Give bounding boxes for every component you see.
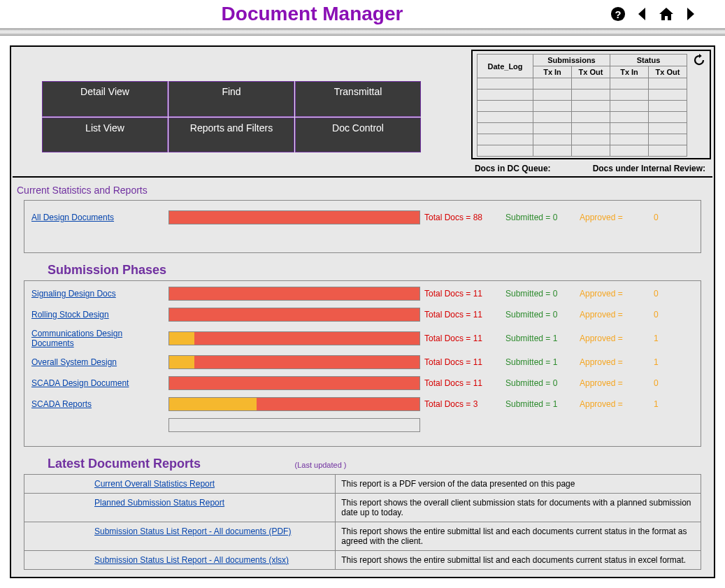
phase-total: Total Docs = 3 [424, 399, 501, 409]
queue-footer: Docs in DC Queue: Docs under Internal Re… [13, 161, 712, 178]
queue-col-datelog: Date_Log [478, 55, 533, 78]
phase-row: Signaling Design DocsTotal Docs = 11Subm… [31, 287, 694, 301]
all-total: Total Docs = 88 [424, 213, 501, 222]
phase-link[interactable]: Overall System Design [31, 357, 164, 367]
report-link[interactable]: Submission Status List Report - All docu… [94, 555, 289, 565]
last-updated-label: (Last updated ) [295, 461, 347, 469]
svg-marker-5 [699, 54, 702, 58]
phase-approved-label: Approved = [580, 334, 649, 343]
phase-approved-label: Approved = [580, 378, 649, 388]
phase-approved-label: Approved = [580, 289, 649, 299]
phase-row-empty [31, 418, 694, 432]
phases-heading: Submission Phases [13, 260, 712, 280]
phase-approved-value: 0 [654, 378, 682, 388]
nav-home-icon[interactable] [658, 6, 675, 22]
phase-submitted: Submitted = 0 [505, 310, 575, 320]
report-desc: This report shows the entire submittal l… [336, 522, 701, 551]
svg-marker-2 [638, 8, 645, 20]
phase-total: Total Docs = 11 [424, 334, 501, 343]
svg-marker-4 [687, 8, 694, 20]
report-row: Current Overall Statistics ReportThis re… [24, 475, 701, 494]
detail-view-button[interactable]: Detail View [42, 81, 168, 117]
queue-col-submissions: Submissions [533, 55, 610, 66]
phases-box: Signaling Design DocsTotal Docs = 11Subm… [24, 280, 701, 447]
stats-box: All Design Documents Total Docs = 88 Sub… [24, 200, 701, 253]
report-link[interactable]: Submission Status List Report - All docu… [94, 526, 291, 536]
phase-bar [168, 355, 420, 369]
phase-total: Total Docs = 11 [424, 357, 501, 367]
main-button-grid: Detail View Find Transmittal List View R… [42, 81, 421, 152]
phase-approved-value: 1 [654, 357, 682, 367]
stats-heading: Current Statistics and Reports [13, 178, 712, 200]
phase-row: Rolling Stock DesignTotal Docs = 11Submi… [31, 308, 694, 322]
report-row: Submission Status List Report - All docu… [24, 522, 701, 551]
phase-approved-value: 1 [654, 334, 682, 343]
queue-col-status: Status [610, 55, 687, 66]
report-desc: This report is a PDF version of the data… [336, 475, 701, 494]
all-bar [168, 210, 420, 224]
queue-table: Date_Log Submissions Status Tx In Tx Out… [477, 54, 687, 157]
queue-col-sub-txin: Tx In [533, 66, 572, 78]
phase-link[interactable]: SCADA Reports [31, 399, 164, 409]
report-row: Planned Submission Status ReportThis rep… [24, 494, 701, 522]
nav-forward-icon[interactable] [684, 6, 697, 22]
phase-bar-empty [168, 418, 420, 432]
phase-row: Communications Design DocumentsTotal Doc… [31, 329, 694, 348]
report-desc: This report shows the overall client sub… [336, 494, 701, 522]
phase-link[interactable]: Signaling Design Docs [31, 289, 164, 299]
phase-bar [168, 287, 420, 301]
phase-submitted: Submitted = 0 [505, 289, 575, 299]
report-link[interactable]: Current Overall Statistics Report [94, 479, 215, 489]
list-view-button[interactable]: List View [42, 117, 168, 153]
main-frame: Detail View Find Transmittal List View R… [10, 45, 715, 578]
all-submitted: Submitted = 0 [505, 213, 575, 222]
report-desc: This report shows the entire submittal l… [336, 551, 701, 570]
reports-table: Current Overall Statistics ReportThis re… [24, 474, 701, 570]
phase-bar [168, 331, 420, 345]
phase-row: SCADA Design DocumentTotal Docs = 11Subm… [31, 376, 694, 390]
nav-back-icon[interactable] [636, 6, 648, 22]
queue-panel: Date_Log Submissions Status Tx In Tx Out… [471, 50, 711, 159]
phase-approved-value: 1 [654, 399, 682, 409]
phase-bar [168, 397, 420, 411]
phase-approved-value: 0 [654, 310, 682, 320]
all-approved-value: 0 [654, 213, 682, 222]
phase-submitted: Submitted = 0 [505, 378, 575, 388]
doc-control-button[interactable]: Doc Control [295, 117, 421, 153]
all-design-docs-link[interactable]: All Design Documents [31, 213, 164, 222]
all-approved-label: Approved = [580, 213, 649, 222]
phase-submitted: Submitted = 1 [505, 357, 575, 367]
svg-text:?: ? [615, 9, 622, 20]
queue-col-stat-txout: Tx Out [649, 66, 687, 78]
docs-internal-review-label: Docs under Internal Review: [593, 164, 705, 173]
phase-total: Total Docs = 11 [424, 289, 501, 299]
phase-total: Total Docs = 11 [424, 310, 501, 320]
report-row: Submission Status List Report - All docu… [24, 551, 701, 570]
phase-bar [168, 376, 420, 390]
reports-filters-button[interactable]: Reports and Filters [168, 117, 294, 153]
phase-submitted: Submitted = 1 [505, 334, 575, 343]
phase-row: Overall System DesignTotal Docs = 11Subm… [31, 355, 694, 369]
phase-approved-label: Approved = [580, 357, 649, 367]
report-link[interactable]: Planned Submission Status Report [94, 498, 224, 508]
phase-approved-value: 0 [654, 289, 682, 299]
reports-heading: Latest Document Reports [13, 454, 236, 474]
phase-link[interactable]: Rolling Stock Design [31, 310, 164, 320]
refresh-icon[interactable] [693, 54, 705, 66]
docs-dc-queue-label: Docs in DC Queue: [475, 164, 551, 173]
phase-bar [168, 308, 420, 322]
page-title: Document Manager [14, 3, 610, 25]
queue-col-sub-txout: Tx Out [572, 66, 610, 78]
transmittal-button[interactable]: Transmittal [295, 81, 421, 117]
phase-link[interactable]: SCADA Design Document [31, 378, 164, 388]
help-icon[interactable]: ? [610, 6, 626, 22]
stats-row-all: All Design Documents Total Docs = 88 Sub… [31, 210, 694, 224]
find-button[interactable]: Find [168, 81, 294, 117]
svg-marker-3 [659, 8, 673, 20]
phase-row: SCADA ReportsTotal Docs = 3Submitted = 1… [31, 397, 694, 411]
phase-approved-label: Approved = [580, 399, 649, 409]
phase-submitted: Submitted = 1 [505, 399, 575, 409]
phase-link[interactable]: Communications Design Documents [31, 329, 164, 348]
phase-total: Total Docs = 11 [424, 378, 501, 388]
header-divider [0, 29, 725, 36]
